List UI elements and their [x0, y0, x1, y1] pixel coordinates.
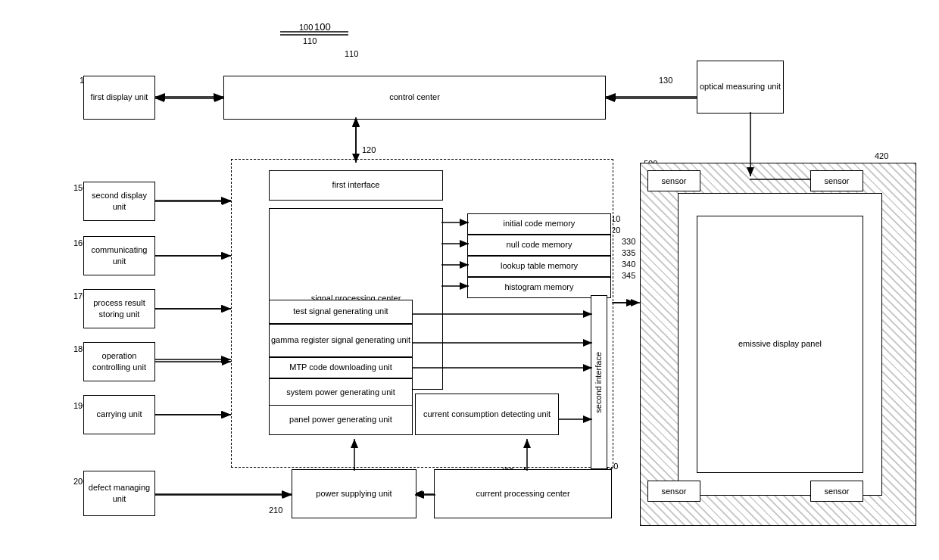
gamma-register-label: gamma register signal generating unit — [271, 334, 410, 346]
sensor-box-br: sensor — [810, 481, 863, 502]
arrow-null-code — [441, 239, 469, 248]
operation-controlling-box: operation controlling unit — [83, 342, 155, 381]
svg-marker-58 — [222, 252, 231, 260]
svg-marker-64 — [222, 411, 231, 418]
emissive-display-box: emissive display panel — [697, 216, 863, 473]
diagram: 100 110 140 150 160 170 180 190 200 210 … — [0, 0, 939, 560]
arrow-communicating — [155, 251, 231, 260]
test-signal-box: test signal generating unit — [269, 300, 413, 324]
initial-code-box: initial code memory — [467, 213, 611, 235]
svg-marker-68 — [351, 439, 358, 448]
label-345: 345 — [622, 271, 635, 280]
label-335: 335 — [622, 248, 635, 257]
label-100: 100 — [299, 23, 313, 32]
lookup-table-box: lookup table memory — [467, 256, 611, 277]
svg-marker-56 — [222, 198, 231, 205]
process-result-label: process result storing unit — [84, 297, 154, 321]
optical-measuring-box: optical measuring unit — [697, 61, 784, 114]
label-100-text: 100 — [314, 21, 331, 33]
communicating-label: communicating unit — [84, 244, 154, 268]
label-340: 340 — [622, 260, 635, 269]
svg-marker-66 — [282, 491, 292, 499]
underline-100 — [280, 32, 348, 38]
svg-marker-78 — [460, 261, 469, 269]
arrow-current-consumption — [559, 415, 592, 424]
mtp-code-label: MTP code downloading unit — [289, 362, 392, 373]
arrow-optical-control — [606, 91, 697, 106]
arrow-optical-down — [743, 112, 758, 176]
svg-marker-52 — [214, 95, 223, 102]
current-consumption-label: current consumption detecting unit — [423, 409, 551, 420]
label-210: 210 — [269, 506, 282, 515]
svg-marker-70 — [523, 439, 531, 448]
sensor-box-tr: sensor — [810, 170, 863, 191]
system-power-label: system power generating unit — [286, 387, 395, 398]
double-arrow-horiz — [155, 91, 223, 106]
lookup-table-label: lookup table memory — [501, 260, 578, 272]
arrow-test-signal — [412, 310, 592, 319]
first-interface-label: first interface — [332, 179, 380, 191]
mtp-code-box: MTP code downloading unit — [269, 357, 413, 378]
current-consumption-box: current consumption detecting unit — [415, 394, 559, 435]
current-processing-label: current processing center — [476, 488, 569, 499]
arrow-lookup-table — [441, 260, 469, 269]
svg-marker-80 — [460, 282, 469, 290]
sensor-tl-label: sensor — [661, 176, 686, 185]
test-signal-label: test signal generating unit — [293, 306, 388, 317]
arrow-to-sensor — [612, 295, 640, 310]
defect-managing-box: defect managing unit — [83, 471, 155, 516]
sensor-bl-label: sensor — [661, 487, 686, 496]
arrow-current-power — [415, 490, 435, 499]
label-130: 130 — [659, 76, 672, 85]
control-center-box: control center — [223, 76, 606, 120]
svg-marker-86 — [583, 364, 592, 372]
svg-marker-54 — [606, 95, 615, 102]
operation-controlling-label: operation controlling unit — [84, 350, 154, 374]
arrow-process-result — [155, 304, 231, 313]
second-display-label: second display unit — [84, 190, 154, 213]
svg-marker-84 — [583, 339, 592, 347]
svg-marker-82 — [583, 310, 592, 318]
svg-marker-48 — [352, 117, 360, 126]
panel-power-box: panel power generating unit — [269, 405, 413, 435]
double-arrow-vertical — [345, 117, 367, 163]
null-code-box: null code memory — [467, 235, 611, 256]
label-420: 420 — [875, 151, 888, 160]
svg-marker-90 — [631, 299, 640, 306]
second-interface-label: second interface — [593, 352, 604, 413]
communicating-box: communicating unit — [83, 236, 155, 275]
null-code-label: null code memory — [507, 239, 572, 250]
process-result-box: process result storing unit — [83, 289, 155, 328]
svg-marker-88 — [583, 415, 592, 423]
svg-marker-76 — [460, 240, 469, 247]
first-display-box: first display unit — [83, 76, 155, 120]
power-supplying-box: power supplying unit — [292, 469, 416, 518]
arrow-current-up — [523, 439, 532, 471]
system-power-box: system power generating unit — [269, 378, 413, 407]
svg-marker-72 — [415, 491, 424, 499]
sensor-box-tl: sensor — [647, 170, 700, 191]
arrow-histogram — [441, 282, 469, 291]
svg-marker-60 — [222, 305, 231, 313]
histogram-box: histogram memory — [467, 277, 611, 298]
arrow-defect-power — [155, 490, 292, 499]
line-optical-sensor — [750, 176, 810, 198]
panel-power-label: panel power generating unit — [289, 414, 392, 425]
power-supplying-label: power supplying unit — [316, 488, 392, 499]
arrow-operation — [155, 357, 231, 366]
label-110-text: 110 — [345, 49, 358, 58]
first-display-label: first display unit — [91, 92, 148, 103]
gamma-register-box: gamma register signal generating unit — [269, 324, 413, 357]
label-330: 330 — [622, 237, 635, 246]
arrow-initial-code — [441, 218, 469, 227]
arrow-gamma-register — [412, 338, 592, 347]
arrow-power-up — [350, 439, 359, 471]
carrying-label: carrying unit — [97, 409, 142, 420]
carrying-box: carrying unit — [83, 395, 155, 434]
current-processing-box: current processing center — [434, 469, 612, 518]
arrow-mtp-code — [412, 363, 592, 372]
sensor-tr-label: sensor — [824, 176, 849, 185]
second-interface-box: second interface — [591, 295, 607, 469]
arrow-carrying — [155, 410, 231, 419]
second-display-box: second display unit — [83, 182, 155, 221]
